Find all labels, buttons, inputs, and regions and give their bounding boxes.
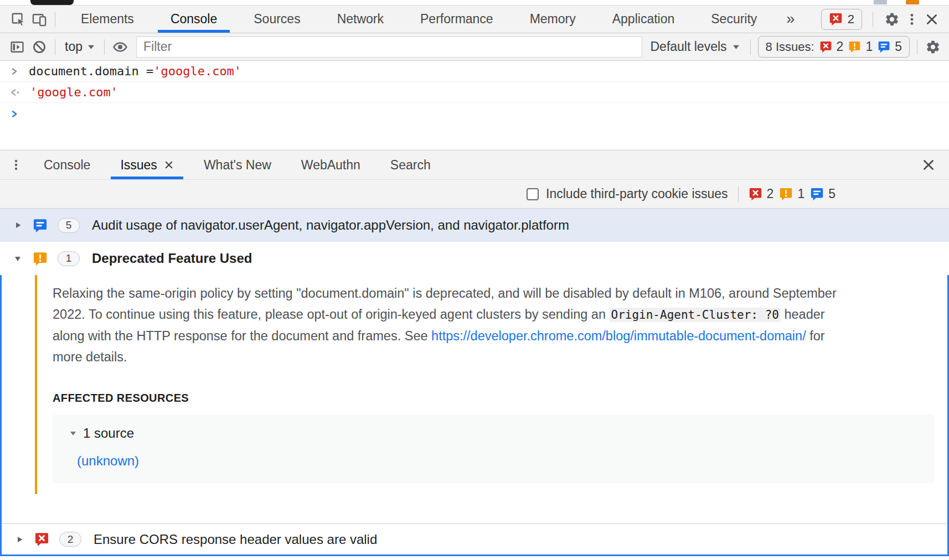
eye-icon[interactable] [112,39,128,55]
drawer-tab-whats-new[interactable]: What's New [189,151,286,179]
log-levels-label: Default levels [650,39,726,54]
issues-error-count: 2 [749,186,774,201]
drawer-tab-webauthn[interactable]: WebAuthn [286,151,375,179]
console-sidebar-toggle-icon[interactable] [9,39,25,55]
console-prompt-chevron-icon [9,108,20,120]
issues-warning-count: 1 [848,39,873,54]
issue-row-audit-useragent[interactable]: 5 Audit usage of navigator.userAgent, na… [0,209,949,242]
page-fragment [874,0,887,4]
issue-doc-link[interactable]: https://developer.chrome.com/blog/immuta… [431,329,806,343]
issues-summary-button[interactable]: 8 Issues: 2 1 5 [758,36,910,58]
console-result-string: 'google.com' [30,85,118,99]
expand-triangle-right-icon[interactable] [15,535,24,544]
settings-gear-icon[interactable] [884,11,900,28]
divider [750,39,751,55]
kebab-menu-icon[interactable] [904,11,920,28]
issue-row-deprecated-feature[interactable]: 1 Deprecated Feature Used [0,242,949,275]
devtools-window: Elements Console Sources Network Perform… [0,0,949,560]
warning-bubble-icon [33,251,48,266]
close-tab-icon[interactable] [164,160,174,170]
log-levels-dropdown[interactable]: Default levels [650,39,739,54]
drawer-tab-console[interactable]: Console [29,151,105,179]
tab-performance[interactable]: Performance [402,6,512,33]
issue-title: Audit usage of navigator.userAgent, navi… [92,217,569,233]
triangle-down-icon [69,430,77,437]
issue-count-badge: 5 [58,218,80,233]
clear-console-icon[interactable] [31,39,48,55]
source-link-unknown[interactable]: (unknown) [77,453,139,469]
issues-warning-count: 1 [779,186,804,201]
drawer-tab-issues[interactable]: Issues [105,151,188,179]
close-drawer-icon[interactable] [920,157,937,173]
expand-triangle-down-icon[interactable] [13,255,22,263]
console-error-count: 2 [848,12,854,27]
console-settings-gear-icon[interactable] [925,39,941,55]
sources-toggle-label: 1 source [83,426,134,441]
message-bubble-icon [878,40,890,53]
console-result-row[interactable]: 'google.com' [0,82,949,103]
third-party-cookies-label[interactable]: Include third-party cookie issues [546,186,728,201]
toolbar-right-group: 2 [821,9,949,30]
message-bubble-icon [810,187,824,201]
more-tabs-chevron[interactable]: » [775,11,806,28]
issue-detail-body: Relaxing the same-origin policy by setti… [2,275,947,523]
console-toolbar: top Default levels 8 Issues: 2 [0,33,949,61]
issue-row-cors-headers[interactable]: 2 Ensure CORS response header values are… [2,523,947,554]
divider [104,39,105,55]
error-bubble-icon [829,12,843,26]
filter-input[interactable] [136,37,643,58]
issue-count-badge: 1 [58,251,80,266]
drawer-kebab-menu-icon[interactable] [8,157,24,173]
console-result-arrow-icon [9,87,21,98]
drawer-tab-search[interactable]: Search [375,151,446,179]
issues-toolbar: Include third-party cookie issues 2 1 [0,180,949,209]
error-bubble-icon [34,532,49,547]
chevron-down-icon [733,44,740,50]
issue-count-badge: 2 [59,532,81,547]
affected-resources-heading: AFFECTED RESOURCES [53,392,934,405]
console-messages: document.domain = 'google.com' 'google.c… [0,61,949,150]
sources-toggle[interactable]: 1 source [69,426,934,441]
error-bubble-icon [819,40,832,53]
console-input-chevron-icon [9,66,20,77]
issues-message-count: 5 [878,39,902,54]
third-party-cookies-checkbox[interactable] [527,188,539,200]
console-command-string: 'google.com' [153,64,241,78]
divider [55,12,55,27]
close-devtools-icon[interactable] [924,11,940,28]
expand-triangle-right-icon[interactable] [13,221,22,230]
tab-network[interactable]: Network [319,6,402,33]
context-selector[interactable]: top [63,39,97,54]
device-toolbar-icon[interactable] [31,11,48,28]
tab-security[interactable]: Security [693,6,775,33]
issue-title: Deprecated Feature Used [92,251,252,266]
console-errors-button[interactable]: 2 [821,9,862,30]
tab-memory[interactable]: Memory [512,6,594,33]
issue-detail-accent-block: Relaxing the same-origin policy by setti… [35,275,934,494]
console-prompt[interactable] [0,103,949,125]
devtools-main-toolbar: Elements Console Sources Network Perform… [0,5,949,33]
issues-message-count: 5 [810,186,835,201]
divider [873,12,873,27]
issue-title: Ensure CORS response header values are v… [94,532,377,547]
issue-description: Relaxing the same-origin policy by setti… [53,283,853,367]
page-fragment [906,0,919,4]
drawer-toolbar: Console Issues What's New WebAuthn Searc… [0,150,949,180]
console-command-row[interactable]: document.domain = 'google.com' [0,61,949,82]
warning-bubble-icon [779,187,793,201]
console-command-code: document.domain = [29,64,153,78]
page-behind-strip [0,0,949,5]
inline-code: Origin-Agent-Cluster: ?0 [610,308,781,322]
tab-elements[interactable]: Elements [63,6,152,33]
tab-console[interactable]: Console [152,6,235,33]
error-bubble-icon [749,187,762,201]
inspect-element-icon[interactable] [10,11,27,28]
divider [917,39,917,55]
tab-application[interactable]: Application [594,6,693,33]
drawer-tab-issues-label: Issues [120,158,157,173]
context-selector-label: top [65,39,82,54]
tab-sources[interactable]: Sources [235,6,318,33]
issues-count-badges: 2 1 5 [749,186,835,201]
issues-error-count: 2 [819,39,844,54]
divider [738,186,739,202]
